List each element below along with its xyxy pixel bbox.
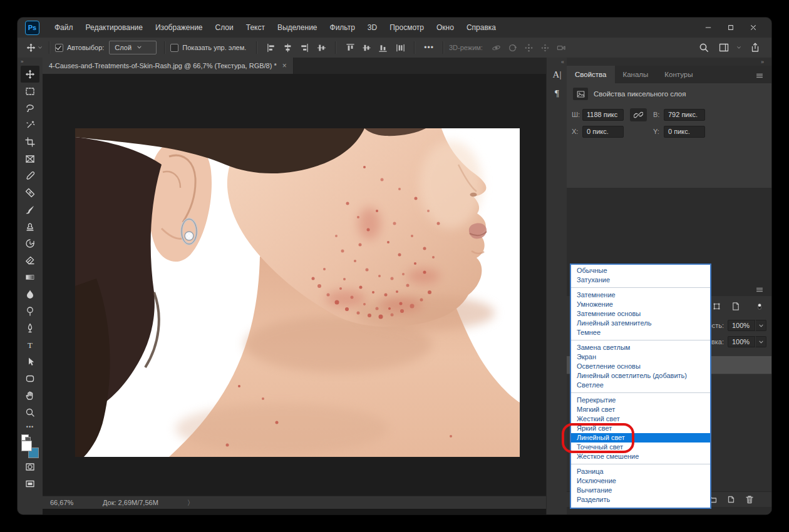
lock-all-toggle-icon[interactable] xyxy=(755,302,765,312)
autoselect-checkbox[interactable] xyxy=(55,44,63,52)
dist-vcenter-icon[interactable] xyxy=(359,41,373,54)
collapse-dock-chevrons[interactable]: » xyxy=(761,58,771,66)
tool-hand[interactable] xyxy=(21,387,39,404)
tool-spot-healing[interactable] xyxy=(21,184,39,201)
tool-type[interactable]: T xyxy=(21,336,39,353)
tool-blur[interactable] xyxy=(21,285,39,302)
opacity-field[interactable]: 100% xyxy=(728,320,755,331)
blend-mode-option[interactable]: Обычные xyxy=(571,266,710,275)
paragraph-panel-icon[interactable]: ¶ xyxy=(547,84,567,103)
screen-mode-button[interactable] xyxy=(21,475,39,492)
tool-gradient[interactable] xyxy=(21,269,39,285)
tab-properties[interactable]: Свойства xyxy=(567,66,615,83)
blend-mode-option[interactable]: Исключение xyxy=(571,476,710,486)
camera-3d-icon[interactable] xyxy=(555,41,569,54)
more-options-button[interactable]: ••• xyxy=(424,43,434,52)
layers-panel-menu-icon[interactable] xyxy=(755,285,765,294)
edit-toolbar-button[interactable]: ••• xyxy=(21,421,39,433)
blend-mode-option[interactable]: Осветление основы xyxy=(571,362,710,371)
tool-clone-stamp[interactable] xyxy=(21,218,39,235)
maximize-button[interactable] xyxy=(723,22,739,33)
fill-field[interactable]: 100% xyxy=(728,336,755,347)
expand-panels-chevrons[interactable]: « xyxy=(547,58,567,65)
tab-channels[interactable]: Каналы xyxy=(615,66,657,83)
quick-mask-button[interactable] xyxy=(21,458,39,475)
y-field[interactable]: 0 пикс. xyxy=(664,126,705,138)
tool-brush[interactable] xyxy=(21,201,39,218)
dist-top-icon[interactable] xyxy=(343,41,357,54)
blend-mode-option[interactable]: Замена светлым xyxy=(571,343,710,352)
slide-3d-icon[interactable] xyxy=(539,41,552,54)
height-field[interactable]: 792 пикс. xyxy=(664,109,705,121)
lock-image-icon[interactable] xyxy=(731,302,742,312)
menu-item-2[interactable]: Редактирование xyxy=(80,18,149,38)
close-button[interactable] xyxy=(745,22,761,33)
workspace-switcher-icon[interactable] xyxy=(716,41,731,54)
menu-item-9[interactable]: Просмотр xyxy=(383,18,430,38)
blend-mode-option[interactable]: Разделить xyxy=(571,495,710,504)
tool-pen[interactable] xyxy=(21,319,39,336)
dist-bottom-icon[interactable] xyxy=(376,41,389,54)
menu-item-6[interactable]: Выделение xyxy=(271,18,324,38)
toolbar-collapse-chevrons[interactable]: » xyxy=(18,58,43,66)
blend-mode-option[interactable]: Экран xyxy=(571,352,710,362)
menu-item-10[interactable]: Окно xyxy=(430,18,460,38)
align-left-icon[interactable] xyxy=(264,41,278,54)
tool-history-brush[interactable] xyxy=(21,235,39,252)
foreground-color-swatch[interactable] xyxy=(21,441,32,451)
blend-mode-option[interactable]: Перекрытие xyxy=(571,396,710,405)
default-colors-icon[interactable] xyxy=(21,434,29,441)
blend-mode-option[interactable]: Мягкий свет xyxy=(571,405,710,414)
menu-item-8[interactable]: 3D xyxy=(361,18,383,38)
current-tool-move-icon[interactable] xyxy=(24,41,38,54)
align-vcenter-icon[interactable] xyxy=(281,41,294,54)
tool-rectangle-shape[interactable] xyxy=(21,370,39,387)
minimize-button[interactable] xyxy=(700,22,716,33)
blend-mode-option[interactable]: Затемнение основы xyxy=(571,309,710,319)
blend-mode-option[interactable]: Разница xyxy=(571,467,710,476)
roll-3d-icon[interactable] xyxy=(506,41,520,54)
character-panel-icon[interactable]: A| xyxy=(547,65,567,84)
orbit-3d-icon[interactable] xyxy=(490,41,503,54)
menu-item-7[interactable]: Фильтр xyxy=(324,18,361,38)
blend-mode-option[interactable]: Умножение xyxy=(571,300,710,309)
pan-3d-icon[interactable] xyxy=(522,41,536,54)
blend-mode-option[interactable]: Затемнение xyxy=(571,290,710,300)
canvas-area[interactable] xyxy=(43,74,546,496)
tool-frame[interactable] xyxy=(21,150,39,167)
menu-item-5[interactable]: Текст xyxy=(240,18,271,38)
tool-lasso[interactable] xyxy=(21,100,39,116)
menu-item-3[interactable]: Изображение xyxy=(149,18,209,38)
link-dimensions-icon[interactable] xyxy=(630,108,647,121)
align-hcenter-icon[interactable] xyxy=(314,41,328,54)
lock-position-icon[interactable] xyxy=(712,302,723,312)
menu-item-11[interactable]: Справка xyxy=(460,18,502,38)
new-layer-icon[interactable] xyxy=(726,494,736,505)
search-icon[interactable] xyxy=(696,41,711,54)
tool-eraser[interactable] xyxy=(21,252,39,269)
tool-quick-selection[interactable] xyxy=(21,116,39,133)
blend-mode-option[interactable]: Линейный затемнитель xyxy=(571,319,710,328)
tool-dodge[interactable] xyxy=(21,302,39,319)
blend-mode-option[interactable]: Линейный осветлитель (добавить) xyxy=(571,371,710,381)
blend-mode-option[interactable]: Жесткий свет xyxy=(571,414,710,424)
align-right-icon[interactable] xyxy=(297,41,311,54)
panel-menu-icon[interactable] xyxy=(755,71,765,79)
tool-crop[interactable] xyxy=(21,133,39,150)
tab-close-icon[interactable]: × xyxy=(282,61,287,70)
show-transform-controls-checkbox[interactable] xyxy=(170,44,178,52)
blend-mode-option[interactable]: Светлее xyxy=(571,381,710,390)
tab-paths[interactable]: Контуры xyxy=(656,66,701,83)
tool-preset-chevron-icon[interactable] xyxy=(38,44,44,51)
autoselect-target-select[interactable]: Слой xyxy=(109,41,157,54)
document-tab[interactable]: 4-Causes-and-Treatments-of-Skin-Rash.jpg… xyxy=(43,58,294,74)
blend-mode-option[interactable]: Жесткое смешение xyxy=(571,452,710,461)
workspace-chevron-icon[interactable] xyxy=(736,44,743,51)
share-icon[interactable] xyxy=(748,41,763,54)
tool-zoom[interactable] xyxy=(21,404,39,421)
fill-chevron-icon[interactable] xyxy=(755,336,766,347)
tool-rectangular-marquee[interactable] xyxy=(21,83,39,100)
delete-layer-icon[interactable] xyxy=(745,494,755,505)
width-field[interactable]: 1188 пикс xyxy=(582,109,624,121)
zoom-level-field[interactable]: 66,67% xyxy=(50,499,83,506)
